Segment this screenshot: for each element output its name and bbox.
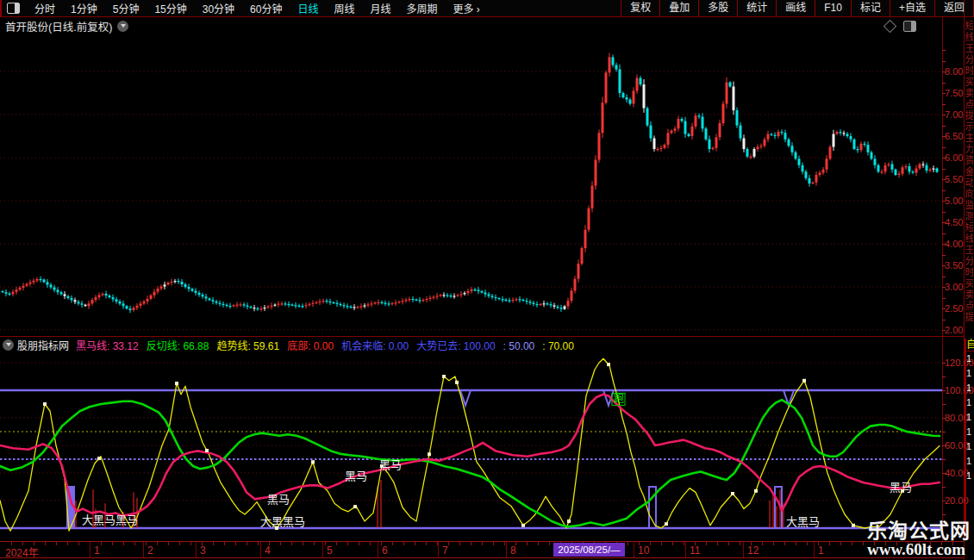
- split-panel-icon[interactable]: [903, 21, 916, 32]
- period-item[interactable]: 60分钟: [242, 3, 290, 16]
- action-item[interactable]: 统计: [737, 0, 776, 16]
- indicator-chart[interactable]: 大黑马黑马大黑黑马黑马黑马黑马大黑马黑马跑: [0, 353, 942, 541]
- minor-tick: [706, 542, 707, 545]
- watermark-site-name: 乐淘公式网: [867, 520, 971, 541]
- period-item[interactable]: 多周期: [399, 3, 446, 16]
- indicator-source: 股朋指标网: [17, 338, 69, 352]
- axis-tick: [942, 147, 946, 148]
- period-item[interactable]: 1分钟: [63, 3, 105, 16]
- minor-tick: [740, 542, 740, 545]
- minor-tick: [672, 542, 673, 545]
- minor-tick: [863, 542, 864, 545]
- month-tick: [814, 542, 815, 557]
- window-layout-icon[interactable]: [7, 3, 20, 14]
- month-label: 11: [690, 544, 700, 557]
- month-tick: [634, 542, 634, 557]
- minor-tick: [403, 542, 404, 545]
- selected-date-badge[interactable]: 2025/08/25/—: [553, 543, 625, 557]
- minor-tick: [45, 542, 46, 545]
- signal-label: 黑马: [267, 493, 290, 506]
- minor-tick: [347, 542, 348, 545]
- period-item[interactable]: 5分钟: [105, 3, 147, 16]
- axis-tick: [942, 459, 946, 460]
- title-row-icons: [885, 21, 916, 32]
- chevron-down-icon[interactable]: [117, 21, 128, 32]
- action-item[interactable]: 标记: [851, 0, 890, 16]
- signal-label: 黑马: [345, 470, 367, 482]
- price-axis-label: 2.00: [945, 325, 963, 335]
- minor-tick: [650, 542, 651, 545]
- watchlist-price-fragment: 1: [966, 469, 974, 483]
- minor-tick: [258, 542, 259, 545]
- axis-tick: [942, 265, 946, 266]
- watchlist-price-fragment: 1: [966, 410, 974, 425]
- month-tick: [143, 542, 144, 557]
- watchlist-rows: 111111111: [966, 352, 974, 483]
- axis-tick: [942, 201, 946, 202]
- date-axis[interactable]: 2024年1234567810111212025/08/25/—: [0, 541, 964, 558]
- minor-tick: [168, 542, 169, 545]
- axis-tick: [942, 244, 946, 245]
- price-axis-label: 3.50: [945, 260, 963, 271]
- minor-tick: [213, 542, 214, 545]
- minor-tick: [291, 542, 292, 545]
- indicator-value: 趋势线: 59.61: [216, 340, 279, 352]
- axis-tick: [942, 104, 946, 105]
- watchlist-price-fragment: 1: [966, 425, 974, 439]
- axis-tick: [942, 432, 946, 432]
- action-item[interactable]: 叠加: [659, 0, 698, 16]
- axis-tick: [942, 126, 946, 127]
- action-item[interactable]: 画线: [776, 0, 815, 16]
- minor-tick: [784, 542, 785, 545]
- watchlist-price-fragment: 1: [966, 395, 974, 410]
- toolbar-actions: 复权叠加多股统计画线F10标记+自选返回: [621, 0, 974, 16]
- watchlist-tab[interactable]: 自: [966, 339, 974, 352]
- indicator-values: 黑马线: 33.12反切线: 66.88趋势线: 59.61底部: 0.00机会…: [76, 338, 582, 352]
- period-item[interactable]: 更多 ›: [446, 3, 488, 16]
- axis-tick: [942, 115, 946, 115]
- minor-tick: [224, 542, 225, 545]
- minor-tick: [840, 542, 841, 545]
- period-item[interactable]: 分时: [27, 3, 63, 16]
- minor-tick: [807, 542, 808, 545]
- indicator-value: : 50.00: [503, 340, 535, 352]
- month-tick: [260, 542, 261, 557]
- minor-tick: [482, 542, 483, 545]
- minor-tick: [157, 542, 158, 545]
- action-item[interactable]: +自选: [890, 0, 934, 16]
- diamond-icon[interactable]: [883, 19, 897, 33]
- minor-tick: [459, 542, 460, 545]
- minor-tick: [852, 542, 852, 545]
- minor-tick: [426, 542, 427, 545]
- axis-border: [942, 17, 943, 541]
- action-item[interactable]: 返回: [934, 0, 974, 16]
- period-item[interactable]: 周线: [326, 3, 362, 16]
- axis-tick: [942, 83, 946, 84]
- signal-label: 大黑黑马: [260, 515, 305, 528]
- month-label: 8: [510, 544, 516, 557]
- indicator-value: : 70.00: [542, 340, 574, 352]
- price-axis-label: 6.00: [945, 152, 963, 163]
- price-axis-label: 8.00: [945, 66, 963, 77]
- month-label: 1: [818, 544, 824, 557]
- period-item[interactable]: 30分钟: [195, 3, 242, 16]
- minor-tick: [179, 542, 180, 545]
- action-item[interactable]: 复权: [621, 0, 659, 16]
- minor-tick: [247, 542, 247, 545]
- month-tick: [196, 542, 197, 557]
- period-item[interactable]: 月线: [363, 3, 399, 16]
- period-item[interactable]: 日线: [290, 3, 326, 16]
- minor-tick: [67, 542, 68, 545]
- minor-tick: [684, 542, 684, 545]
- axis-tick: [942, 158, 946, 159]
- candlestick-chart[interactable]: [0, 34, 942, 336]
- action-item[interactable]: F10: [815, 0, 851, 16]
- minor-tick: [527, 542, 528, 545]
- signal-label: 大黑马: [786, 515, 820, 528]
- period-item[interactable]: 15分钟: [147, 3, 194, 16]
- action-item[interactable]: 多股: [698, 0, 737, 16]
- minor-tick: [134, 542, 135, 545]
- collapse-indicator-icon[interactable]: [3, 339, 14, 351]
- price-axis-label: 7.50: [945, 88, 963, 98]
- stock-title[interactable]: 首开股份(日线.前复权): [5, 18, 112, 34]
